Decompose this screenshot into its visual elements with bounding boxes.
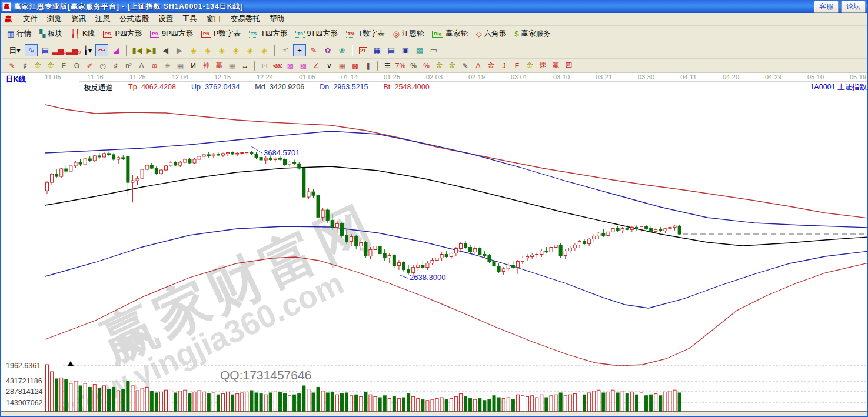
gold-underline-tool[interactable]: 金 xyxy=(485,60,497,71)
pen-tool[interactable]: ✎ xyxy=(6,60,18,71)
menu-item-5[interactable]: 设置 xyxy=(154,13,178,25)
gann-circle-tool[interactable]: ⊕ xyxy=(148,60,161,71)
compress-x-button[interactable]: ◈ xyxy=(230,44,242,56)
forum-button[interactable]: 论坛 xyxy=(841,1,866,13)
grid-lines-tool[interactable]: ♯ xyxy=(19,60,31,71)
ying-tool[interactable]: 赢 xyxy=(213,60,225,71)
grid3-tool[interactable]: ▩ xyxy=(349,60,361,71)
winner-service-button[interactable]: $赢家服务 xyxy=(514,29,550,39)
hash-tool[interactable]: ♯ xyxy=(109,60,122,71)
p-numtable-button[interactable]: PNP数字表 xyxy=(201,29,241,39)
menu-item-1[interactable]: 浏览 xyxy=(42,13,66,25)
menu-item-9[interactable]: 帮助 xyxy=(265,13,289,25)
period-day-dropdown[interactable]: 日▾ xyxy=(6,44,24,56)
gold-square2-tool[interactable]: 金 xyxy=(45,60,57,71)
angle-lines-tool[interactable]: ∠ xyxy=(310,60,322,71)
ying-angle-tool[interactable]: 赢 xyxy=(550,60,562,71)
next-bar-button[interactable]: ▶ xyxy=(173,44,186,56)
chart3-button[interactable]: ▂▅₃ xyxy=(53,44,66,56)
menu-item-4[interactable]: 公式选股 xyxy=(115,13,154,25)
chart-area[interactable]: 赢家财富网 www.yingjia360.com QQ:1731457646 日… xyxy=(1,73,868,413)
su-angle-tool[interactable]: 速 xyxy=(537,60,549,71)
star-wheel-tool[interactable]: ✳ xyxy=(161,60,174,71)
print-button[interactable]: ▭ xyxy=(427,44,440,56)
j-angle-tool[interactable]: J xyxy=(498,60,510,71)
gold-lines-tool[interactable]: 金 xyxy=(446,60,458,71)
grid-box-tool[interactable]: ▦ xyxy=(174,60,187,71)
ninet-square-button[interactable]: T99T四方形 xyxy=(295,29,337,39)
fan-lines-tool[interactable]: ⋘ xyxy=(271,60,284,71)
hexagon-button[interactable]: ◇六角形 xyxy=(476,29,507,39)
winner-wheel-button[interactable]: Big赢家轮 xyxy=(432,29,467,39)
kline-button[interactable]: ╽╿K线 xyxy=(71,29,95,39)
pattern-tool-button[interactable]: 〜 xyxy=(95,44,108,56)
a-line-tool[interactable]: A xyxy=(135,60,148,71)
fib-levels-tool[interactable]: ☰ xyxy=(381,60,394,71)
gann-wheel-button[interactable]: ◎江恩轮 xyxy=(393,29,424,39)
hand-tool-button[interactable]: ☜ xyxy=(279,44,292,56)
prev-bar-button[interactable]: ◀ xyxy=(159,44,172,56)
expand-y-button[interactable]: ◈ xyxy=(244,44,257,56)
v-lines-tool[interactable]: ∨ xyxy=(323,60,335,71)
flag-pen-tool[interactable]: ✎ xyxy=(459,60,471,71)
percent-lines-tool[interactable]: % xyxy=(420,60,433,71)
jump-first-button[interactable]: ▮◀ xyxy=(131,44,144,56)
sectors-button[interactable]: ▚板块 xyxy=(39,29,62,39)
menu-item-7[interactable]: 窗口 xyxy=(202,13,226,25)
magenta-fan-tool[interactable]: ▧ xyxy=(297,60,310,71)
percent-tool[interactable]: % xyxy=(407,60,420,71)
save-button[interactable]: ▣ xyxy=(399,44,412,56)
color-chart-button[interactable]: ◢ xyxy=(109,44,122,56)
notes-button[interactable]: ▤ xyxy=(385,44,398,56)
wave-tool-button[interactable]: ∿ xyxy=(25,44,38,56)
quotes-button[interactable]: ▦行情 xyxy=(7,29,31,39)
menu-item-3[interactable]: 江恩 xyxy=(91,13,115,25)
k-wave-tool[interactable]: И xyxy=(187,60,199,71)
gold-circle-tool[interactable]: 金 xyxy=(433,60,445,71)
box-tool[interactable]: ⊡ xyxy=(258,60,271,71)
spiral-tool[interactable]: ʘ xyxy=(71,60,83,71)
menu-item-2[interactable]: 资讯 xyxy=(66,13,91,25)
expand-x-button[interactable]: ◈ xyxy=(215,44,228,56)
export-image-button[interactable]: ▩ xyxy=(413,44,426,56)
slash-lines-tool[interactable]: ∥ xyxy=(362,60,374,71)
crosshair-button[interactable]: + xyxy=(293,44,306,56)
menu-item-8[interactable]: 交易委托 xyxy=(226,13,265,25)
t-numtable-button[interactable]: TNT数字表 xyxy=(346,29,385,39)
gold-square-tool[interactable]: 金 xyxy=(32,60,44,71)
cloud-tool-button[interactable]: ❀ xyxy=(335,44,348,56)
candle-type-dropdown[interactable]: ╽▾ xyxy=(81,44,94,56)
menu-item-0[interactable]: 文件 xyxy=(18,13,42,25)
f-lines-tool[interactable]: F xyxy=(58,60,70,71)
shen-tool[interactable]: 神 xyxy=(200,60,212,71)
mark-tool-button[interactable]: ✎ xyxy=(307,44,320,56)
si-angle-tool[interactable]: 四 xyxy=(563,60,575,71)
compress-y-button[interactable]: ◈ xyxy=(258,44,271,56)
t-square-button[interactable]: TST四方形 xyxy=(249,29,287,39)
f-angle-tool[interactable]: F xyxy=(511,60,523,71)
clover-tool-button[interactable]: ✿ xyxy=(321,44,334,56)
gold-angle-tool[interactable]: 金 xyxy=(524,60,536,71)
menu-item-6[interactable]: 工具 xyxy=(178,13,202,25)
magenta-box-tool[interactable]: ▨ xyxy=(284,60,297,71)
jump-last-button[interactable]: ▶▮ xyxy=(145,44,158,56)
dense-grid-tool[interactable]: ▦ xyxy=(226,60,238,71)
percent7-tool[interactable]: 7% xyxy=(394,60,407,71)
a-angle-tool[interactable]: A xyxy=(472,60,484,71)
ninep-square-button[interactable]: P99P四方形 xyxy=(150,29,193,39)
kline-chart-canvas[interactable]: 11-0511-1611-2512-0412-1512-2401-0501-14… xyxy=(1,73,868,413)
calculator-button[interactable]: ▦ xyxy=(371,44,384,56)
chart9-button[interactable]: ▂▅₉ xyxy=(67,44,80,56)
shift-left-button[interactable]: ◈ xyxy=(187,44,200,56)
p-square-button[interactable]: PSP四方形 xyxy=(103,29,142,39)
shift-right-button[interactable]: ◈ xyxy=(201,44,214,56)
n-square-tool[interactable]: n² xyxy=(122,60,135,71)
width-measure-tool[interactable]: ↔ xyxy=(239,60,251,71)
calendar-button[interactable]: 21 xyxy=(357,44,370,56)
customer-service-button[interactable]: 客服 xyxy=(814,1,839,13)
time-cycle-tool[interactable]: ◷ xyxy=(97,60,109,71)
grid2-tool[interactable]: ▦ xyxy=(336,60,348,71)
brush-tool[interactable]: ✐ xyxy=(84,60,96,71)
channel-value-3: Dn=2963.5215 xyxy=(320,83,368,93)
info-panel-button[interactable]: ▤ xyxy=(39,44,52,56)
